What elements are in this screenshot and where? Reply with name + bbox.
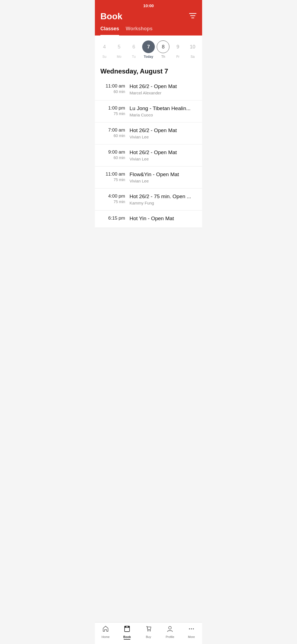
class-instructor-4: Vivian Lee [130,179,197,183]
class-instructor-0: Marcel Alexander [130,91,197,95]
date-number-10: 10 [186,40,199,53]
status-bar: 10:00 [95,0,202,9]
class-name-3: Hot 26/2 - Open Mat [130,149,197,155]
class-instructor-2: Vivian Lee [130,135,197,139]
page-title: Book [100,11,122,21]
date-label-9: Fr [176,55,179,59]
class-time-main-0: 11:00 am [100,83,125,89]
tab-workshops[interactable]: Workshops [126,26,153,36]
date-label-today: Today [144,55,153,59]
date-picker: 4 Su 5 Mo 6 Tu 7 Today 8 Th 9 Fr 10 Sa [95,36,202,62]
header-row: Book [95,9,202,26]
class-time-main-3: 9:00 am [100,149,125,155]
class-info-0: Hot 26/2 - Open Mat Marcel Alexander [130,83,197,95]
date-label-8: Th [161,55,165,59]
date-label-10: Sa [191,55,195,59]
class-item-5[interactable]: 4:00 pm 75 min Hot 26/2 - 75 min. Open .… [95,189,202,211]
date-number-5: 5 [113,40,125,53]
class-time-main-2: 7:00 am [100,127,125,133]
class-duration-5: 75 min [100,200,125,204]
main-section: Wednesday, August 7 [95,62,202,78]
class-time-3: 9:00 am 60 min [100,149,125,160]
class-instructor-5: Kammy Fung [130,201,197,205]
class-info-1: Lu Jong - Tibetan Healin... Maria Cuoco [130,105,197,117]
date-number-4: 4 [98,40,111,53]
day-heading: Wednesday, August 7 [100,62,197,78]
class-item-3[interactable]: 9:00 am 60 min Hot 26/2 - Open Mat Vivia… [95,144,202,167]
class-time-6: 6:15 pm [100,215,125,222]
date-item-10[interactable]: 10 Sa [185,40,200,59]
class-time-4: 11:00 am 75 min [100,171,125,182]
class-duration-4: 75 min [100,178,125,182]
class-name-2: Hot 26/2 - Open Mat [130,127,197,133]
class-duration-2: 60 min [100,133,125,138]
header: 10:00 Book Classes Workshops [95,0,202,36]
class-name-4: Flow&Yin - Open Mat [130,171,197,178]
date-number-9: 9 [172,40,184,53]
class-time-2: 7:00 am 60 min [100,127,125,138]
class-time-main-1: 1:00 pm [100,105,125,111]
class-name-1: Lu Jong - Tibetan Healin... [130,105,197,111]
date-item-9[interactable]: 9 Fr [171,40,185,59]
date-item-4[interactable]: 4 Su [97,40,112,59]
date-item-8[interactable]: 8 Th [156,40,170,59]
date-item-6[interactable]: 6 Tu [127,40,141,59]
class-name-5: Hot 26/2 - 75 min. Open ... [130,193,197,200]
class-time-0: 11:00 am 60 min [100,83,125,94]
class-info-5: Hot 26/2 - 75 min. Open ... Kammy Fung [130,193,197,205]
class-info-2: Hot 26/2 - Open Mat Vivian Lee [130,127,197,139]
class-item-4[interactable]: 11:00 am 75 min Flow&Yin - Open Mat Vivi… [95,167,202,189]
class-instructor-1: Maria Cuoco [130,113,197,117]
class-time-main-4: 11:00 am [100,171,125,177]
class-item-2[interactable]: 7:00 am 60 min Hot 26/2 - Open Mat Vivia… [95,122,202,144]
tabs-row: Classes Workshops [95,26,202,36]
class-item-0[interactable]: 11:00 am 60 min Hot 26/2 - Open Mat Marc… [95,78,202,100]
date-number-6: 6 [128,40,140,53]
class-instructor-3: Vivian Lee [130,157,197,161]
class-list: 11:00 am 60 min Hot 26/2 - Open Mat Marc… [95,78,202,228]
filter-icon[interactable] [189,13,197,20]
class-time-main-6: 6:15 pm [100,215,125,221]
class-time-1: 1:00 pm 75 min [100,105,125,116]
class-duration-1: 75 min [100,111,125,116]
date-number-8: 8 [157,40,169,53]
class-time-main-5: 4:00 pm [100,193,125,199]
class-time-5: 4:00 pm 75 min [100,193,125,204]
date-label-6: Tu [132,55,136,59]
date-number-7: 7 [142,40,155,53]
tab-classes[interactable]: Classes [100,26,119,36]
class-info-6: Hot Yin - Open Mat [130,215,197,223]
main-content: Wednesday, August 7 11:00 am 60 min Hot … [95,62,202,250]
class-item-1[interactable]: 1:00 pm 75 min Lu Jong - Tibetan Healin.… [95,100,202,122]
class-item-6[interactable]: 6:15 pm Hot Yin - Open Mat [95,211,202,228]
date-label-5: Mo [117,55,122,59]
date-item-7[interactable]: 7 Today [141,40,156,59]
class-name-0: Hot 26/2 - Open Mat [130,83,197,89]
date-item-5[interactable]: 5 Mo [112,40,126,59]
class-info-3: Hot 26/2 - Open Mat Vivian Lee [130,149,197,161]
status-time: 10:00 [143,3,154,8]
class-name-6: Hot Yin - Open Mat [130,215,197,222]
date-label-4: Su [102,55,106,59]
class-duration-3: 60 min [100,155,125,160]
class-info-4: Flow&Yin - Open Mat Vivian Lee [130,171,197,183]
class-duration-0: 60 min [100,89,125,94]
